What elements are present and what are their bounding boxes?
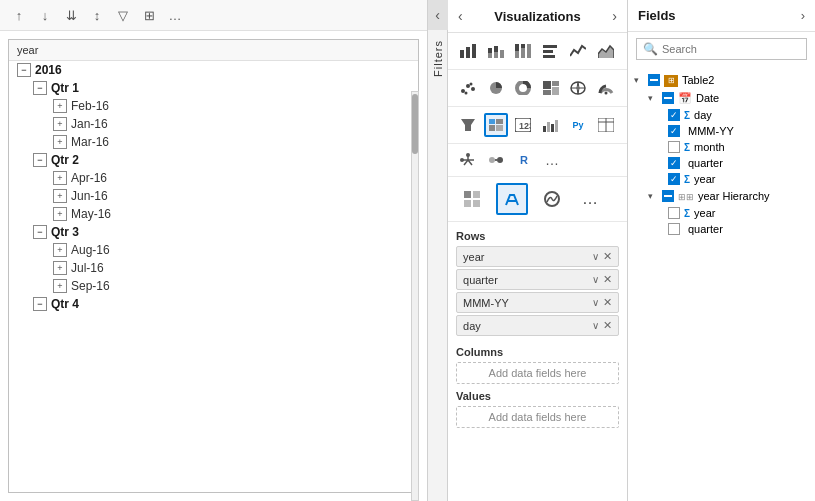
checkbox-year-hier[interactable] (662, 190, 674, 202)
checkbox-year-date[interactable]: ✓ (668, 173, 680, 185)
field-chip-remove-field-year[interactable]: ✕ (603, 250, 612, 263)
viz-more-options-btn[interactable]: … (576, 186, 604, 212)
tree-item-apr16[interactable]: +Apr-16 (9, 169, 418, 187)
viz-table-icon[interactable] (594, 113, 618, 137)
tree-item-qtr3[interactable]: −Qtr 3 (9, 223, 418, 241)
search-input[interactable] (662, 43, 800, 55)
filters-collapse-btn[interactable]: ‹ (428, 0, 448, 30)
sort-multi-btn[interactable]: ⇊ (60, 4, 82, 26)
expand-icon-jun16[interactable]: + (53, 189, 67, 203)
expand-icon-2016[interactable]: − (17, 63, 31, 77)
checkbox-day[interactable]: ✓ (668, 109, 680, 121)
viz-matrix-icon[interactable] (484, 113, 508, 137)
expand-icon-jul16[interactable]: + (53, 261, 67, 275)
field-chip-field-mmm-yy[interactable]: MMM-YY∨✕ (456, 292, 619, 313)
field-item-year-h[interactable]: Σyear (628, 205, 815, 221)
expand-icon-apr16[interactable]: + (53, 171, 67, 185)
field-chip-remove-field-mmm-yy[interactable]: ✕ (603, 296, 612, 309)
viz-treemap-icon[interactable] (539, 76, 563, 100)
expand-icon-mar16[interactable]: + (53, 135, 67, 149)
checkbox-year-h[interactable] (668, 207, 680, 219)
sort-clear-btn[interactable]: ↕ (86, 4, 108, 26)
checkbox-mmm-yy[interactable]: ✓ (668, 125, 680, 137)
field-chip-remove-field-quarter[interactable]: ✕ (603, 273, 612, 286)
field-item-quarter-h[interactable]: quarter (628, 221, 815, 237)
tree-item-may16[interactable]: +May-16 (9, 205, 418, 223)
tree-item-mar16[interactable]: +Mar-16 (9, 133, 418, 151)
field-item-mmm-yy[interactable]: ✓MMM-YY (628, 123, 815, 139)
sort-desc-btn[interactable]: ↓ (34, 4, 56, 26)
viz-key-influencers-icon[interactable] (484, 148, 508, 172)
viz-collapse-left-btn[interactable]: ‹ (458, 8, 463, 24)
field-chip-remove-field-day[interactable]: ✕ (603, 319, 612, 332)
viz-r-icon[interactable]: R (512, 148, 536, 172)
field-group-table2[interactable]: ▾⊞Table2 (628, 70, 815, 89)
viz-map-icon[interactable] (566, 76, 590, 100)
viz-waterfall-icon[interactable] (539, 113, 563, 137)
fields-collapse-btn[interactable]: › (801, 8, 805, 23)
sort-asc-btn[interactable]: ↑ (8, 4, 30, 26)
tree-item-jun16[interactable]: +Jun-16 (9, 187, 418, 205)
tree-item-jan16[interactable]: +Jan-16 (9, 115, 418, 133)
tree-item-qtr1[interactable]: −Qtr 1 (9, 79, 418, 97)
viz-pie-icon[interactable] (484, 76, 508, 100)
tree-item-aug16[interactable]: +Aug-16 (9, 241, 418, 259)
viz-line-chart-icon[interactable] (566, 39, 590, 63)
viz-gauge-icon[interactable] (594, 76, 618, 100)
viz-horiz-bar-icon[interactable] (539, 39, 563, 63)
checkbox-quarter-date[interactable]: ✓ (668, 157, 680, 169)
tree-item-qtr2[interactable]: −Qtr 2 (9, 151, 418, 169)
viz-area-chart-icon[interactable] (594, 39, 618, 63)
tree-item-sep16[interactable]: +Sep-16 (9, 277, 418, 295)
checkbox-quarter-h[interactable] (668, 223, 680, 235)
viz-bar-chart-icon[interactable] (456, 39, 480, 63)
viz-analytics-btn[interactable] (536, 183, 568, 215)
field-chip-field-quarter[interactable]: quarter∨✕ (456, 269, 619, 290)
more-btn[interactable]: … (164, 4, 186, 26)
viz-card-icon[interactable]: 123 (511, 113, 535, 137)
field-item-year-date[interactable]: ✓Σyear (628, 171, 815, 187)
viz-expand-right-btn[interactable]: › (612, 8, 617, 24)
viz-py-icon[interactable]: Py (566, 113, 590, 137)
checkbox-month[interactable] (668, 141, 680, 153)
viz-100-stacked-icon[interactable] (511, 39, 535, 63)
values-add-field[interactable]: Add data fields here (456, 406, 619, 428)
field-chip-dropdown-field-year[interactable]: ∨ (592, 251, 599, 262)
field-subgroup-year-hier[interactable]: ▾⊞⊞year Hierarchy (628, 187, 815, 205)
field-item-day[interactable]: ✓Σday (628, 107, 815, 123)
field-subgroup-date-group[interactable]: ▾📅Date (628, 89, 815, 107)
expand-icon-may16[interactable]: + (53, 207, 67, 221)
viz-scatter-icon[interactable] (456, 76, 480, 100)
scrollbar[interactable] (411, 91, 419, 501)
viz-decomp-tree-icon[interactable] (456, 148, 480, 172)
field-chip-dropdown-field-mmm-yy[interactable]: ∨ (592, 297, 599, 308)
checkbox-date-group[interactable] (662, 92, 674, 104)
viz-donut-icon[interactable] (511, 76, 535, 100)
expand-icon-qtr4[interactable]: − (33, 297, 47, 311)
field-chip-dropdown-field-quarter[interactable]: ∨ (592, 274, 599, 285)
expand-btn[interactable]: ⊞ (138, 4, 160, 26)
viz-fields-btn[interactable] (456, 183, 488, 215)
expand-icon-qtr3[interactable]: − (33, 225, 47, 239)
expand-icon-sep16[interactable]: + (53, 279, 67, 293)
viz-funnel-icon[interactable] (456, 113, 480, 137)
checkbox-table2[interactable] (648, 74, 660, 86)
field-item-quarter-date[interactable]: ✓quarter (628, 155, 815, 171)
field-chip-field-day[interactable]: day∨✕ (456, 315, 619, 336)
viz-more-icon[interactable]: … (540, 148, 564, 172)
tree-item-jul16[interactable]: +Jul-16 (9, 259, 418, 277)
field-item-month[interactable]: Σmonth (628, 139, 815, 155)
expand-icon-jan16[interactable]: + (53, 117, 67, 131)
filter-btn[interactable]: ▽ (112, 4, 134, 26)
viz-format-btn[interactable] (496, 183, 528, 215)
field-chip-dropdown-field-day[interactable]: ∨ (592, 320, 599, 331)
tree-item-qtr4[interactable]: −Qtr 4 (9, 295, 418, 313)
expand-icon-feb16[interactable]: + (53, 99, 67, 113)
columns-add-field[interactable]: Add data fields here (456, 362, 619, 384)
expand-icon-aug16[interactable]: + (53, 243, 67, 257)
tree-item-feb16[interactable]: +Feb-16 (9, 97, 418, 115)
tree-item-2016[interactable]: −2016 (9, 61, 418, 79)
field-chip-field-year[interactable]: year∨✕ (456, 246, 619, 267)
expand-icon-qtr2[interactable]: − (33, 153, 47, 167)
expand-icon-qtr1[interactable]: − (33, 81, 47, 95)
